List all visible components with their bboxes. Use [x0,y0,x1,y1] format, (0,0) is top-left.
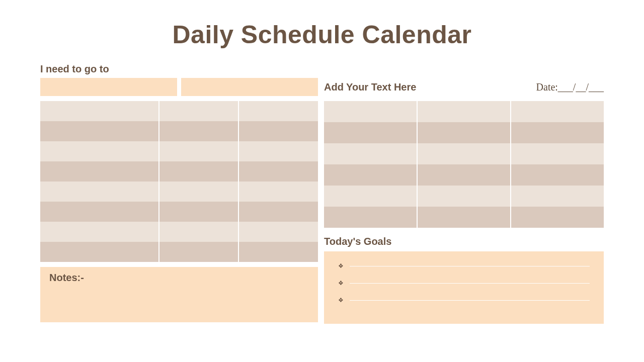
table-cell[interactable] [40,222,159,242]
table-cell[interactable] [40,121,159,141]
date-label[interactable]: Date:___/__/___ [536,81,604,96]
notes-box[interactable]: Notes:- [40,267,318,322]
table-cell[interactable] [418,164,511,186]
table-row [324,143,604,164]
table-cell[interactable] [324,122,418,143]
table-cell[interactable] [159,182,239,202]
table-row [40,182,318,202]
left-schedule-table [40,101,318,262]
table-cell[interactable] [511,101,604,122]
table-row [40,141,318,161]
table-cell[interactable] [159,161,239,182]
table-cell[interactable] [159,202,239,222]
table-cell[interactable] [239,161,318,182]
table-cell[interactable] [324,101,418,122]
table-row [324,207,604,228]
table-cell[interactable] [418,122,511,143]
table-cell[interactable] [239,182,318,202]
diamond-bullet-icon: ❖ [338,262,344,269]
table-row [324,122,604,143]
table-cell[interactable] [40,182,159,202]
need-to-go-field-1[interactable] [40,78,177,96]
table-cell[interactable] [239,101,318,121]
goal-line-rule [350,266,590,266]
table-cell[interactable] [324,186,418,207]
table-row [40,242,318,262]
table-row [40,222,318,242]
table-cell[interactable] [159,101,239,121]
table-cell[interactable] [40,242,159,262]
table-cell[interactable] [418,143,511,164]
table-cell[interactable] [239,202,318,222]
table-cell[interactable] [511,186,604,207]
right-schedule-table [324,101,604,228]
goal-line[interactable]: ❖ [338,297,590,304]
table-cell[interactable] [511,143,604,164]
table-row [40,202,318,222]
need-to-go-field-2[interactable] [181,78,318,96]
table-row [40,121,318,141]
diamond-bullet-icon: ❖ [338,297,344,304]
table-cell[interactable] [418,207,511,228]
table-cell[interactable] [239,242,318,262]
table-cell[interactable] [159,242,239,262]
table-row [324,101,604,122]
goal-line[interactable]: ❖ [338,262,590,269]
table-cell[interactable] [159,222,239,242]
notes-label: Notes:- [49,272,309,284]
need-to-go-label: I need to go to [40,63,318,75]
table-cell[interactable] [418,101,511,122]
table-cell[interactable] [40,101,159,121]
table-cell[interactable] [239,222,318,242]
table-cell[interactable] [239,121,318,141]
table-cell[interactable] [324,207,418,228]
table-cell[interactable] [40,141,159,161]
goal-line-rule [350,283,590,284]
table-cell[interactable] [159,121,239,141]
table-cell[interactable] [40,161,159,182]
table-row [40,161,318,182]
goals-box: ❖ ❖ ❖ [324,251,604,324]
table-cell[interactable] [239,141,318,161]
table-cell[interactable] [511,122,604,143]
table-cell[interactable] [511,164,604,186]
goal-line[interactable]: ❖ [338,280,590,287]
table-row [324,186,604,207]
table-cell[interactable] [418,186,511,207]
goal-line-rule [350,300,590,301]
add-text-label: Add Your Text Here [324,81,515,96]
goals-label: Today's Goals [324,236,604,247]
table-cell[interactable] [40,202,159,222]
table-cell[interactable] [159,141,239,161]
table-row [324,164,604,186]
table-cell[interactable] [324,143,418,164]
table-row [40,101,318,121]
table-cell[interactable] [324,164,418,186]
diamond-bullet-icon: ❖ [338,280,344,287]
table-cell[interactable] [511,207,604,228]
page-title: Daily Schedule Calendar [40,20,604,49]
